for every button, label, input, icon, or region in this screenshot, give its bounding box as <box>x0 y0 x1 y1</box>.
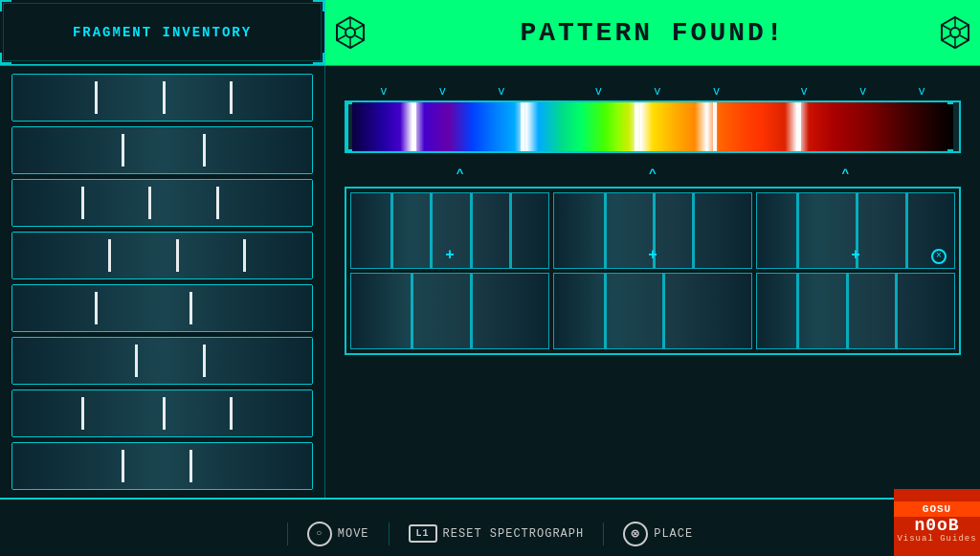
divider <box>389 523 390 545</box>
spectrum-line <box>797 102 801 151</box>
spectrum-arrow: v <box>439 85 446 99</box>
spectrum-line <box>412 102 416 151</box>
svg-point-9 <box>950 28 960 37</box>
svg-line-12 <box>942 25 950 30</box>
hex-icon-left <box>333 15 368 50</box>
grid-cell[interactable]: + <box>350 192 549 269</box>
spectrum-arrow: v <box>498 85 504 99</box>
list-item[interactable] <box>11 442 313 490</box>
spectrum-arrow: v <box>380 85 387 99</box>
pattern-found-text: PATTERN FOUND! <box>520 18 785 48</box>
svg-line-5 <box>355 35 364 40</box>
spectrum-white-lines <box>352 102 953 151</box>
list-item[interactable] <box>11 284 313 332</box>
top-bar: FRAGMENT INVENTORY PATTERN FOUND! <box>0 0 980 66</box>
fragment-inventory-title: FRAGMENT INVENTORY <box>73 25 252 40</box>
control-place: ⊗ PLACE <box>623 522 693 546</box>
grid-cell[interactable]: + <box>756 192 955 269</box>
list-item[interactable] <box>11 389 313 437</box>
hex-icon-right <box>938 15 972 50</box>
control-move: ○ MOVE <box>307 522 369 546</box>
grid-arrow: ^ <box>649 167 657 181</box>
place-button[interactable]: ⊗ <box>623 522 648 546</box>
list-item[interactable] <box>11 74 313 122</box>
control-reset: L1 RESET SPECTROGRAPH <box>409 524 585 543</box>
svg-line-4 <box>337 25 345 30</box>
gosu-middle-text: n0oB <box>914 517 959 534</box>
main-container: FRAGMENT INVENTORY PATTERN FOUND! <box>0 0 980 556</box>
fragment-inventory-panel: FRAGMENT INVENTORY <box>0 0 325 65</box>
spectrum-bar <box>345 100 961 153</box>
spectrum-line <box>521 102 524 151</box>
spectrum-line <box>713 102 717 151</box>
svg-line-15 <box>960 25 969 30</box>
list-item[interactable] <box>11 337 313 385</box>
grid-arrow: ^ <box>841 167 849 181</box>
gosu-logo: GOSU n0oB Visual Guides <box>894 489 980 556</box>
divider <box>603 523 604 545</box>
grid-cell[interactable] <box>350 273 549 349</box>
move-button[interactable]: ○ <box>307 522 332 546</box>
fragment-grid: + + <box>345 187 961 355</box>
spectrum-arrow: v <box>654 85 660 99</box>
grid-cell[interactable] <box>756 273 955 349</box>
svg-line-13 <box>960 35 969 40</box>
bottom-bar: CONTR ○ MOVE L1 RESET SPECTROGRAPH ⊗ PLA… <box>0 498 980 556</box>
spectrum-arrow: v <box>800 85 807 99</box>
controls-label: CONTR <box>0 500 980 517</box>
grid-arrow: ^ <box>457 167 464 181</box>
gosu-top-text: GOSU <box>894 501 980 517</box>
spectrum-arrow: v <box>859 85 866 99</box>
spectrum-arrow: v <box>713 85 720 99</box>
inventory-list <box>0 66 325 498</box>
add-icon[interactable]: + <box>851 247 860 264</box>
spectrum-arrow: v <box>919 85 925 99</box>
spectrum-bracket-right <box>947 102 959 151</box>
grid-cell[interactable] <box>553 273 752 349</box>
move-label: MOVE <box>338 527 369 541</box>
pattern-found-panel: PATTERN FOUND! <box>325 0 980 65</box>
svg-line-14 <box>942 35 950 40</box>
list-item[interactable] <box>11 232 313 279</box>
spectrum-line <box>635 102 638 151</box>
add-icon[interactable]: + <box>445 247 455 264</box>
fragment-grid-section: ^ ^ ^ + <box>345 163 961 355</box>
add-icon[interactable]: + <box>648 247 657 264</box>
gosu-bottom-text: Visual Guides <box>897 534 976 544</box>
spectrum-arrow: v <box>595 85 602 99</box>
list-item[interactable] <box>11 179 313 227</box>
spectrum-arrows-top: v v v v v v v v v <box>345 85 961 99</box>
list-item[interactable] <box>11 126 313 174</box>
svg-point-1 <box>345 28 355 37</box>
right-panel: v v v v v v v v v <box>325 66 980 498</box>
controls-row: ○ MOVE L1 RESET SPECTROGRAPH ⊗ PLACE <box>0 517 980 556</box>
svg-line-6 <box>337 35 345 40</box>
divider <box>287 523 288 545</box>
grid-cell[interactable]: + <box>553 192 752 269</box>
reset-label: RESET SPECTROGRAPH <box>443 527 585 541</box>
place-label: PLACE <box>654 527 693 541</box>
reset-button[interactable]: L1 <box>409 524 437 543</box>
svg-line-7 <box>355 25 364 30</box>
content-area: v v v v v v v v v <box>0 66 980 498</box>
spectrum-section: v v v v v v v v v <box>345 85 961 153</box>
